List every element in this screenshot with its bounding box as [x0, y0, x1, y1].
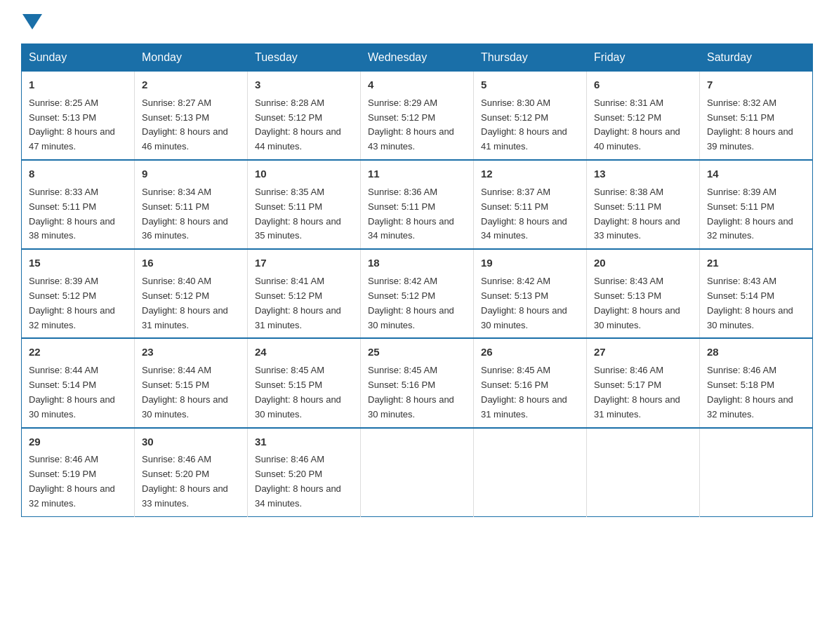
table-row: 17Sunrise: 8:41 AMSunset: 5:12 PMDayligh…	[248, 249, 361, 338]
table-row: 27Sunrise: 8:46 AMSunset: 5:17 PMDayligh…	[587, 338, 700, 427]
col-wednesday: Wednesday	[361, 44, 474, 72]
table-row: 24Sunrise: 8:45 AMSunset: 5:15 PMDayligh…	[248, 338, 361, 427]
table-row: 9Sunrise: 8:34 AMSunset: 5:11 PMDaylight…	[135, 160, 248, 249]
table-row: 19Sunrise: 8:42 AMSunset: 5:13 PMDayligh…	[474, 249, 587, 338]
table-row	[361, 428, 474, 517]
table-row: 26Sunrise: 8:45 AMSunset: 5:16 PMDayligh…	[474, 338, 587, 427]
table-row: 21Sunrise: 8:43 AMSunset: 5:14 PMDayligh…	[700, 249, 813, 338]
table-row: 1Sunrise: 8:25 AMSunset: 5:13 PMDaylight…	[22, 72, 135, 161]
table-row: 16Sunrise: 8:40 AMSunset: 5:12 PMDayligh…	[135, 249, 248, 338]
col-tuesday: Tuesday	[248, 44, 361, 72]
table-row: 2Sunrise: 8:27 AMSunset: 5:13 PMDaylight…	[135, 72, 248, 161]
table-row: 18Sunrise: 8:42 AMSunset: 5:12 PMDayligh…	[361, 249, 474, 338]
col-friday: Friday	[587, 44, 700, 72]
table-row: 3Sunrise: 8:28 AMSunset: 5:12 PMDaylight…	[248, 72, 361, 161]
logo	[21, 14, 44, 29]
table-row: 23Sunrise: 8:44 AMSunset: 5:15 PMDayligh…	[135, 338, 248, 427]
col-monday: Monday	[135, 44, 248, 72]
table-row: 11Sunrise: 8:36 AMSunset: 5:11 PMDayligh…	[361, 160, 474, 249]
table-row: 28Sunrise: 8:46 AMSunset: 5:18 PMDayligh…	[700, 338, 813, 427]
table-row: 22Sunrise: 8:44 AMSunset: 5:14 PMDayligh…	[22, 338, 135, 427]
col-sunday: Sunday	[22, 44, 135, 72]
col-saturday: Saturday	[700, 44, 813, 72]
page-header	[21, 14, 813, 29]
table-row: 5Sunrise: 8:30 AMSunset: 5:12 PMDaylight…	[474, 72, 587, 161]
table-row: 12Sunrise: 8:37 AMSunset: 5:11 PMDayligh…	[474, 160, 587, 249]
table-row: 14Sunrise: 8:39 AMSunset: 5:11 PMDayligh…	[700, 160, 813, 249]
col-thursday: Thursday	[474, 44, 587, 72]
logo-triangle-icon	[22, 14, 42, 29]
table-row: 8Sunrise: 8:33 AMSunset: 5:11 PMDaylight…	[22, 160, 135, 249]
table-row	[587, 428, 700, 517]
table-row: 31Sunrise: 8:46 AMSunset: 5:20 PMDayligh…	[248, 428, 361, 517]
table-row: 15Sunrise: 8:39 AMSunset: 5:12 PMDayligh…	[22, 249, 135, 338]
calendar-header: Sunday Monday Tuesday Wednesday Thursday…	[22, 44, 813, 72]
table-row: 29Sunrise: 8:46 AMSunset: 5:19 PMDayligh…	[22, 428, 135, 517]
table-row: 20Sunrise: 8:43 AMSunset: 5:13 PMDayligh…	[587, 249, 700, 338]
table-row: 13Sunrise: 8:38 AMSunset: 5:11 PMDayligh…	[587, 160, 700, 249]
table-row: 10Sunrise: 8:35 AMSunset: 5:11 PMDayligh…	[248, 160, 361, 249]
table-row: 30Sunrise: 8:46 AMSunset: 5:20 PMDayligh…	[135, 428, 248, 517]
table-row: 4Sunrise: 8:29 AMSunset: 5:12 PMDaylight…	[361, 72, 474, 161]
calendar-body: 1Sunrise: 8:25 AMSunset: 5:13 PMDaylight…	[22, 72, 813, 517]
table-row: 6Sunrise: 8:31 AMSunset: 5:12 PMDaylight…	[587, 72, 700, 161]
table-row	[700, 428, 813, 517]
table-row: 25Sunrise: 8:45 AMSunset: 5:16 PMDayligh…	[361, 338, 474, 427]
table-row: 7Sunrise: 8:32 AMSunset: 5:11 PMDaylight…	[700, 72, 813, 161]
calendar-table: Sunday Monday Tuesday Wednesday Thursday…	[21, 43, 813, 517]
table-row	[474, 428, 587, 517]
